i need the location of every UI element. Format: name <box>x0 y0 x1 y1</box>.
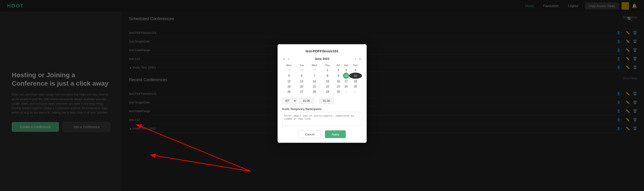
cal-day-cell[interactable]: 26 <box>282 89 296 94</box>
cal-day-thu: Thu <box>322 63 334 68</box>
cal-prev-button[interactable]: ‹ <box>287 56 290 61</box>
cal-day-cell[interactable]: 7 <box>308 73 322 79</box>
modal-buttons: Cancel Apply <box>282 130 362 138</box>
cal-day-cell[interactable]: 18 <box>349 79 362 84</box>
cal-day-cell[interactable]: 22 <box>322 84 334 89</box>
invite-participants-textarea[interactable] <box>282 112 362 126</box>
cal-day-cell[interactable]: 10 <box>343 73 349 79</box>
time-row: IST UTC EST - <box>282 98 362 104</box>
time-separator: - <box>316 99 317 103</box>
cal-day-cell[interactable]: 4 <box>349 68 362 73</box>
cal-day-sun: Sun <box>349 63 362 68</box>
cal-day-cell[interactable]: 6 <box>296 73 308 79</box>
invite-section-title: Invite Temporary Participants <box>282 107 362 111</box>
cal-day-cell[interactable]: 19 <box>282 84 296 89</box>
calendar-header: « ‹ June 2023 › » <box>282 56 362 61</box>
calendar: « ‹ June 2023 › » Mon Tue Wed Thu Fri Sa… <box>282 56 362 94</box>
cal-day-cell[interactable]: 31 <box>308 68 322 73</box>
apply-button[interactable]: Apply <box>325 130 346 138</box>
calendar-grid: Mon Tue Wed Thu Fri Sat Sun 293031123456… <box>282 63 362 94</box>
cal-day-cell[interactable]: 8 <box>322 73 334 79</box>
cal-day-cell[interactable]: 17 <box>343 79 349 84</box>
cal-day-cell[interactable]: 2 <box>334 68 343 73</box>
schedule-modal: test-PDFFilesize101 « ‹ June 2023 › » Mo… <box>278 44 367 143</box>
cancel-button[interactable]: Cancel <box>298 130 321 138</box>
cal-day-wed: Wed <box>308 63 322 68</box>
cal-day-cell[interactable]: 3 <box>343 68 349 73</box>
cal-prev-prev-button[interactable]: « <box>282 56 286 61</box>
cal-day-sat: Sat <box>343 63 349 68</box>
cal-day-cell[interactable]: 29 <box>322 89 334 94</box>
cal-day-cell[interactable]: 29 <box>282 68 296 73</box>
cal-day-cell[interactable]: 28 <box>308 89 322 94</box>
cal-day-cell[interactable]: 1 <box>343 89 349 94</box>
cal-day-cell[interactable]: 27 <box>296 89 308 94</box>
cal-day-cell[interactable]: 16 <box>334 79 343 84</box>
cal-day-cell[interactable]: 11 <box>349 73 362 79</box>
cal-day-cell[interactable]: 14 <box>308 79 322 84</box>
cal-day-cell[interactable]: 12 <box>282 79 296 84</box>
cal-day-fri: Fri <box>334 63 343 68</box>
cal-day-cell[interactable]: 2 <box>349 89 362 94</box>
cal-day-cell[interactable]: 30 <box>334 89 343 94</box>
cal-day-cell[interactable]: 24 <box>343 84 349 89</box>
cal-day-cell[interactable]: 25 <box>349 84 362 89</box>
cal-day-mon: Mon <box>282 63 296 68</box>
cal-next-button[interactable]: › <box>354 56 357 61</box>
cal-next-next-button[interactable]: » <box>358 56 362 61</box>
timezone-select[interactable]: IST UTC EST <box>282 98 297 104</box>
end-time-input[interactable] <box>319 98 334 104</box>
cal-day-cell[interactable]: 15 <box>322 79 334 84</box>
cal-day-cell[interactable]: 23 <box>334 84 343 89</box>
cal-month-year: June 2023 <box>292 57 352 60</box>
cal-day-tue: Tue <box>296 63 308 68</box>
cal-day-cell[interactable]: 13 <box>296 79 308 84</box>
cal-day-cell[interactable]: 30 <box>296 68 308 73</box>
start-time-input[interactable] <box>299 98 314 104</box>
cal-day-cell[interactable]: 9 <box>334 73 343 79</box>
modal-title: test-PDFFilesize101 <box>282 49 362 53</box>
cal-day-cell[interactable]: 21 <box>308 84 322 89</box>
cal-day-cell[interactable]: 1 <box>322 68 334 73</box>
cal-day-cell[interactable]: 20 <box>296 84 308 89</box>
cal-day-cell[interactable]: 5 <box>282 73 296 79</box>
